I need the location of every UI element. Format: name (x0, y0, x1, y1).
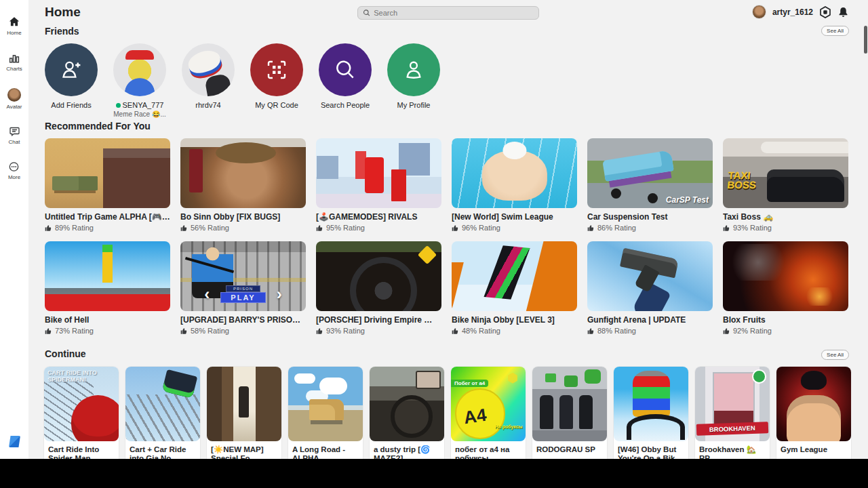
sidebar-item-more[interactable]: More (8, 161, 20, 180)
thumbnail-banner-text: BROOKHAVEN (696, 422, 768, 436)
game-title: [UPGRADE] BARRY'S PRISON RUN! (180, 315, 306, 325)
thumbs-up-icon (180, 224, 188, 232)
friend-label: Search People (319, 101, 372, 109)
game-title: Bike of Hell (45, 315, 170, 325)
game-card[interactable]: Bike of Hell 73% Rating (45, 241, 170, 335)
more-icon (8, 161, 20, 172)
game-rating: 48% Rating (452, 327, 577, 335)
game-title: [PORSCHE] Driving Empire 🚗 Car ... (316, 315, 441, 325)
robux-icon[interactable] (819, 6, 831, 18)
game-thumbnail: CarSP Test (587, 138, 713, 208)
scrollbar-thumb[interactable] (864, 26, 867, 54)
friend-status-text: Meme Race 😂... (113, 110, 166, 118)
game-rating: 96% Rating (452, 224, 577, 232)
thumbs-up-icon (587, 224, 595, 232)
friends-heading: Friends (45, 26, 868, 37)
carousel-next-icon[interactable]: › (277, 287, 282, 301)
game-rating: 89% Rating (45, 224, 170, 232)
game-title: Gunfight Arena | UPDATE (587, 315, 713, 325)
thumbnail-title-text: CART RIDE INTO SPIDERMAN! (47, 369, 111, 383)
sidebar-item-chat[interactable]: Chat (9, 126, 20, 145)
game-rating: 58% Rating (180, 327, 306, 335)
my-profile-tile[interactable]: My Profile (387, 43, 440, 118)
sidebar-item-home[interactable]: Home (7, 16, 21, 36)
game-card[interactable]: Bo Sinn Obby [FIX BUGS] 56% Rating (180, 138, 306, 232)
thumbnail-bottom-text: На робуксы (495, 424, 523, 429)
add-friends-tile[interactable]: Add Friends (45, 43, 98, 118)
game-thumbnail: Побег от а4 А4 На робуксы (451, 367, 526, 441)
search-people-icon (333, 58, 357, 82)
online-status-dot (116, 103, 121, 108)
game-rating: 73% Rating (45, 327, 170, 335)
game-thumbnail: CART RIDE INTO SPIDERMAN! (44, 367, 119, 441)
taskbar-app-icon[interactable] (9, 436, 20, 447)
game-thumbnail (587, 241, 713, 311)
notifications-bell-icon[interactable] (837, 6, 849, 18)
game-thumbnail (452, 138, 577, 208)
game-title: Bo Sinn Obby [FIX BUGS] (180, 212, 306, 222)
friend-label: rhrdv74 (182, 101, 235, 109)
game-card[interactable]: Blox Fruits 92% Rating (723, 241, 848, 335)
friend-tile-rhrdv74[interactable]: rhrdv74 (182, 43, 235, 118)
continue-see-all-button[interactable]: See All (821, 350, 849, 360)
game-rating: 86% Rating (587, 224, 713, 232)
game-card[interactable]: ‹ PRISON PLAY › [UPGRADE] BARRY'S PRISON… (180, 241, 306, 335)
friend-avatar (182, 43, 235, 96)
game-thumbnail (316, 138, 441, 208)
sidebar-item-label: Home (7, 30, 21, 36)
search-input[interactable] (374, 9, 534, 17)
game-rating: 93% Rating (316, 327, 441, 335)
bottom-black-bar (0, 459, 868, 488)
game-card[interactable]: Gunfight Arena | UPDATE 88% Rating (587, 241, 713, 335)
thumbs-up-icon (45, 327, 52, 335)
thumbnail-top-text: Побег от а4 (451, 380, 488, 387)
sidebar-item-avatar[interactable]: Avatar (7, 88, 22, 110)
user-avatar[interactable] (752, 5, 766, 19)
search-people-tile[interactable]: Search People (319, 43, 372, 118)
game-card[interactable]: [PORSCHE] Driving Empire 🚗 Car ... 93% R… (316, 241, 441, 335)
sidebar-item-label: Charts (6, 66, 22, 72)
recommended-grid: Untitled Trip Game ALPHA [🎮CO... 89% Rat… (45, 138, 868, 335)
game-title: Untitled Trip Game ALPHA [🎮CO... (45, 212, 170, 222)
game-thumbnail (180, 138, 306, 208)
continue-heading: Continue (45, 348, 868, 359)
home-icon (8, 16, 20, 28)
thumbnail-watermark: CarSP Test (666, 195, 709, 205)
search-bar[interactable] (357, 6, 539, 20)
my-qr-code-tile[interactable]: My QR Code (250, 43, 303, 118)
game-card[interactable]: TAXI BOSS Taxi Boss 🚕 93% Rating (723, 138, 848, 232)
thumbs-up-icon (180, 327, 188, 335)
play-sign: PRISON PLAY (220, 285, 265, 303)
username: artyr_1612 (772, 7, 813, 17)
sidebar-item-charts[interactable]: Charts (6, 52, 22, 72)
game-card[interactable]: CarSP Test Car Suspension Test 86% Ratin… (587, 138, 713, 232)
charts-icon (8, 52, 20, 64)
add-friends-circle (45, 43, 98, 96)
sidebar-item-label: Chat (9, 139, 20, 145)
game-thumbnail (125, 367, 200, 441)
profile-person-icon (402, 58, 425, 81)
thumbs-up-icon (316, 224, 323, 232)
friends-row: Add Friends SENYA_777 Meme Race 😂... rhr… (45, 43, 868, 118)
game-card[interactable]: [🕹️GAMEMODES] RIVALS 95% Rating (316, 138, 441, 232)
game-thumbnail (723, 241, 848, 311)
game-card[interactable]: Bike Ninja Obby [LEVEL 3] 48% Rating (452, 241, 577, 335)
play-button[interactable]: PLAY (220, 292, 265, 303)
friends-see-all-button[interactable]: See All (821, 26, 849, 36)
friend-tile-senya[interactable]: SENYA_777 Meme Race 😂... (113, 43, 166, 118)
friend-avatar (113, 43, 166, 96)
game-thumbnail: BROOKHAVEN (695, 367, 770, 441)
game-card[interactable]: Untitled Trip Game ALPHA [🎮CO... 89% Rat… (45, 138, 170, 232)
thumbs-up-icon (723, 327, 730, 335)
thumbs-up-icon (452, 327, 459, 335)
sidebar-item-label: Avatar (7, 104, 22, 110)
search-people-circle (319, 43, 372, 96)
qr-code-circle (250, 43, 303, 96)
game-title: Car Suspension Test (587, 212, 713, 222)
carousel-prev-icon[interactable]: ‹ (204, 287, 210, 301)
thumbs-up-icon (587, 327, 595, 335)
game-thumbnail (316, 241, 441, 311)
game-thumbnail: TAXI BOSS (723, 138, 848, 208)
game-thumbnail (452, 241, 577, 311)
game-card[interactable]: [New World] Swim League 96% Rating (452, 138, 577, 232)
